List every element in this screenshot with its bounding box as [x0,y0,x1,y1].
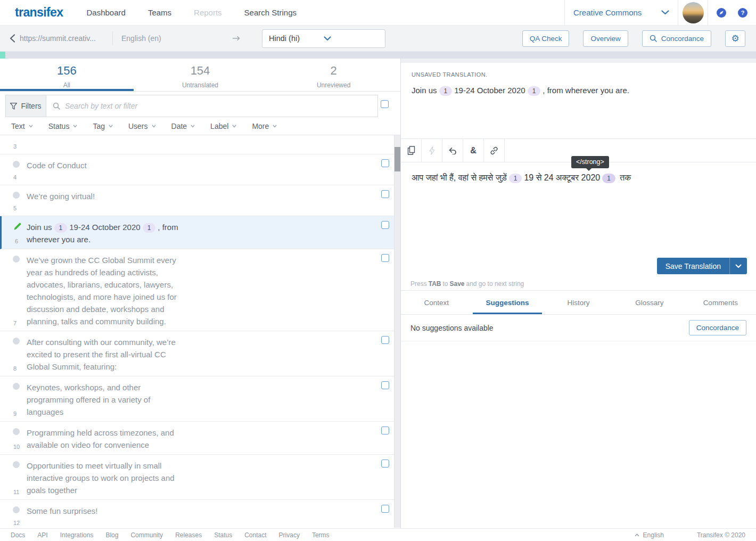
placeholder-pill-hovered[interactable]: 1 [602,174,615,183]
search-input[interactable] [60,102,371,110]
string-row-10[interactable]: Programming held across timezones, and a… [0,422,400,455]
tab-context[interactable]: Context [401,291,472,314]
insert-link-icon[interactable] [484,139,505,162]
row-checkbox[interactable] [381,381,389,389]
row-checkbox[interactable] [381,505,389,513]
nav-item-dashboard[interactable]: Dashboard [86,8,125,17]
footer-link-privacy[interactable]: Privacy [279,531,300,539]
filter-chip-more[interactable]: More [252,122,277,130]
filters-button[interactable]: Filters [5,95,46,117]
string-row-5[interactable]: We’re going virtual! 5 [0,185,400,216]
concordance-button-label: Concordance [661,35,704,43]
chip-label: Users [128,122,148,130]
string-number: 9 [13,411,17,417]
row-checkbox[interactable] [381,190,389,198]
string-row-12[interactable]: Some fun surprises! 12 [0,500,400,528]
row-checkbox[interactable] [381,336,389,344]
string-row-4[interactable]: Code of Conduct 4 [0,154,400,185]
footer-language-selector[interactable]: English [635,531,664,539]
tab-suggestions[interactable]: Suggestions [472,291,543,314]
string-row-3[interactable]: 3 [0,135,400,154]
tab-all[interactable]: 156 All [0,59,134,91]
translation-segment: तक [620,173,631,182]
list-scrollbar-thumb[interactable] [395,147,400,171]
source-string: Join us119-24 October 20201, from wherev… [412,86,745,96]
overview-button[interactable]: Overview [583,30,628,47]
footer-link-blog[interactable]: Blog [105,531,118,539]
footer-link-integrations[interactable]: Integrations [60,531,94,539]
row-checkbox[interactable] [381,427,389,435]
explore-compass-icon[interactable] [717,8,726,18]
filter-chip-date[interactable]: Date [171,122,195,130]
string-text: Join us119-24 October 20201, from wherev… [27,221,184,245]
machine-translation-icon[interactable] [422,139,442,162]
tab-unreviewed-count: 2 [267,64,400,78]
placeholder-pill[interactable]: 1 [439,86,453,96]
footer-link-community[interactable]: Community [130,531,163,539]
tab-comments[interactable]: Comments [685,291,756,314]
hint-key-save: Save [449,280,464,288]
search-box [46,95,378,117]
untranslated-status-icon [13,338,20,345]
filter-chip-tag[interactable]: Tag [93,122,113,130]
transifex-logo[interactable]: transifex [15,5,63,20]
footer-link-releases[interactable]: Releases [175,531,202,539]
tab-unreviewed[interactable]: 2 Unreviewed [267,59,400,91]
string-row-9[interactable]: Keynotes, workshops, and other programmi… [0,376,400,422]
string-number: 7 [13,320,17,326]
search-icon [650,35,657,42]
back-button[interactable] [10,34,15,43]
tab-history[interactable]: History [543,291,614,314]
placeholder-pill[interactable]: 1 [528,86,541,96]
row-checkbox[interactable] [381,159,389,167]
concordance-button[interactable]: Concordance [689,320,746,335]
footer-link-docs[interactable]: Docs [11,531,25,539]
select-all-checkbox[interactable] [381,100,389,108]
nav-item-search-strings[interactable]: Search Strings [244,8,297,17]
settings-button[interactable]: ⚙ [725,30,745,47]
translation-textarea[interactable]: </strong> आप जहां भी हैं, वहां से हमसे ज… [401,162,756,277]
footer-link-status[interactable]: Status [214,531,232,539]
help-icon[interactable]: ? [738,8,747,18]
special-characters-icon[interactable]: & [463,139,484,162]
filter-chip-users[interactable]: Users [128,122,156,130]
untranslated-status-icon [13,428,20,435]
string-row-7[interactable]: We’ve grown the CC Global Summit every y… [0,249,400,331]
footer-link-terms[interactable]: Terms [312,531,330,539]
filter-chip-label[interactable]: Label [210,122,236,130]
edit-pencil-icon [13,222,22,231]
nav-item-reports[interactable]: Reports [194,8,222,17]
organization-selector[interactable]: Creative Commons [564,0,678,26]
concordance-header-button[interactable]: Concordance [642,30,711,47]
tab-untranslated[interactable]: 154 Untranslated [134,59,267,91]
footer-link-api[interactable]: API [37,531,47,539]
avatar[interactable] [683,2,704,23]
gear-icon: ⚙ [731,33,739,44]
filter-chip-status[interactable]: Status [48,122,78,130]
hint-segment: and go to next string [466,280,524,288]
search-filter-bar: Filters [0,92,400,117]
undo-icon[interactable] [442,139,463,162]
row-checkbox[interactable] [381,460,389,468]
string-row-6-selected[interactable]: Join us119-24 October 20201, from wherev… [0,216,400,249]
footer-copyright: Transifex © 2020 [697,531,745,539]
ampersand-glyph: & [470,146,476,155]
save-translation-button[interactable]: Save Translation [657,258,747,274]
tab-glossary[interactable]: Glossary [614,291,685,314]
qa-check-button[interactable]: QA Check [522,30,570,47]
string-row-11[interactable]: Opportunities to meet virtually in small… [0,455,400,500]
nav-item-teams[interactable]: Teams [148,8,171,17]
filter-chip-text[interactable]: Text [11,122,33,130]
target-language-select[interactable]: Hindi (hi) [262,29,385,48]
save-translation-label[interactable]: Save Translation [657,258,729,274]
row-checkbox[interactable] [381,254,389,262]
resource-breadcrumb[interactable]: https://summit.creativ... [20,34,104,43]
row-checkbox[interactable] [381,221,389,229]
list-scrollbar[interactable] [394,135,400,528]
placeholder-pill[interactable]: 1 [509,174,522,183]
string-text: Opportunities to meet virtually in small… [27,460,184,496]
save-options-caret[interactable] [729,258,747,274]
copy-source-icon[interactable] [401,139,422,162]
footer-link-contact[interactable]: Contact [244,531,266,539]
string-row-8[interactable]: After consulting with our community, we’… [0,331,400,376]
